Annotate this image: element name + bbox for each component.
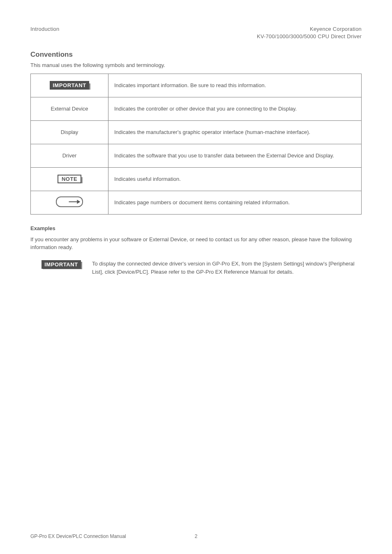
desc-cell: Indicates the software that you use to t…	[108, 144, 362, 167]
symbol-cell-important: IMPORTANT	[31, 74, 108, 97]
important-icon: IMPORTANT	[50, 82, 89, 88]
section-examples: Examples If you encounter any problems i…	[30, 225, 362, 276]
footer-left: GP-Pro EX Device/PLC Connection Manual	[30, 533, 126, 539]
desc-cell: Indicates the controller or other device…	[108, 97, 362, 120]
example-icon-col: IMPORTANT	[30, 260, 92, 268]
note-icon: NOTE	[58, 176, 81, 182]
example-important-row: IMPORTANT To display the connected devic…	[30, 260, 362, 276]
page: Introduction Keyence Corporation KV-700/…	[0, 0, 392, 554]
conventions-table: IMPORTANT Indicates important informatio…	[30, 74, 362, 215]
table-row: Indicates page numbers or document items…	[31, 191, 362, 214]
table-row: NOTE Indicates useful information.	[31, 167, 362, 191]
page-header: Introduction Keyence Corporation KV-700/…	[30, 25, 362, 40]
table-row: Driver Indicates the software that you u…	[31, 144, 362, 167]
header-product: KV-700/1000/3000/5000 CPU Direct Driver	[257, 33, 362, 40]
page-footer: GP-Pro EX Device/PLC Connection Manual 2	[0, 533, 392, 539]
symbol-cell-display: Display	[31, 120, 108, 144]
reference-icon	[56, 196, 83, 207]
desc-cell: Indicates useful information.	[108, 167, 362, 191]
header-company: Keyence Corporation	[257, 25, 362, 33]
desc-cell: Indicates the manufacturer's graphic ope…	[108, 120, 362, 144]
table-row: External Device Indicates the controller…	[31, 97, 362, 120]
table-row: Display Indicates the manufacturer's gra…	[31, 120, 362, 144]
section-conventions-heading: Conventions	[30, 51, 362, 59]
important-icon: IMPORTANT	[42, 261, 81, 268]
example-important-text: To display the connected device driver's…	[92, 260, 362, 276]
desc-cell: Indicates page numbers or document items…	[108, 191, 362, 214]
desc-cell: Indicates important information. Be sure…	[108, 74, 362, 97]
section-conventions-lead: This manual uses the following symbols a…	[30, 61, 362, 69]
symbol-cell-note: NOTE	[31, 167, 108, 191]
section-examples-body: If you encounter any problems in your so…	[30, 235, 362, 252]
header-left: Introduction	[30, 25, 59, 33]
header-right: Keyence Corporation KV-700/1000/3000/500…	[257, 25, 362, 40]
symbol-cell-reference	[31, 191, 108, 214]
table-row: IMPORTANT Indicates important informatio…	[31, 74, 362, 97]
section-examples-heading: Examples	[30, 225, 362, 231]
symbol-cell-driver: Driver	[31, 144, 108, 167]
svg-marker-1	[77, 200, 80, 204]
symbol-cell-external-device: External Device	[31, 97, 108, 120]
